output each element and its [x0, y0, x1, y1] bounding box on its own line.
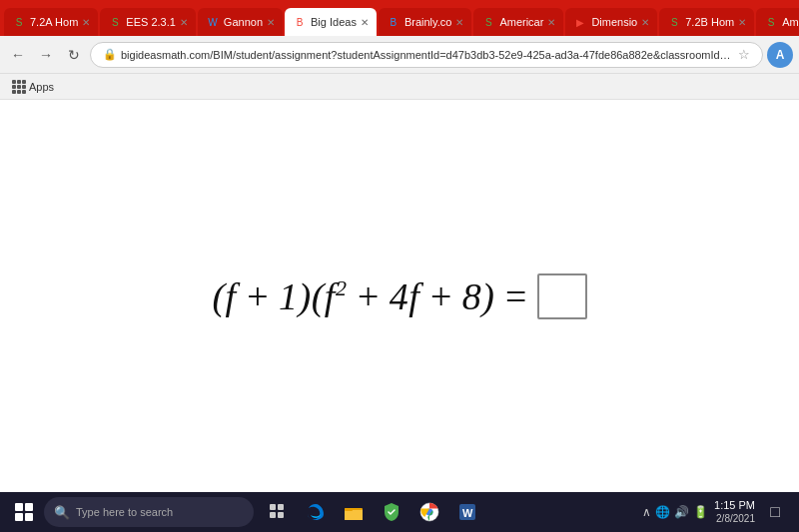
svg-rect-1	[278, 504, 284, 510]
search-icon: 🔍	[54, 505, 70, 520]
word-button[interactable]: W	[449, 494, 485, 530]
apps-label: Apps	[29, 81, 54, 93]
clock-time: 1:15 PM	[714, 499, 755, 512]
tab-brainly[interactable]: B Brainly.co ✕	[379, 8, 471, 36]
file-explorer-icon	[344, 503, 364, 521]
taskbar-pinned-apps: W	[260, 494, 485, 530]
tab-label: Dimensio	[591, 16, 637, 28]
system-tray: ∧ 🌐 🔊 🔋 1:15 PM 2/8/2021 □	[642, 498, 793, 526]
svg-text:W: W	[462, 507, 473, 519]
tab-american1[interactable]: S Americar ✕	[473, 8, 563, 36]
edge-icon	[306, 502, 326, 522]
tab-label: Gannon	[224, 16, 263, 28]
clock[interactable]: 1:15 PM 2/8/2021	[714, 499, 755, 524]
chevron-up-tray-icon[interactable]: ∧	[642, 505, 651, 519]
svg-rect-5	[345, 508, 353, 511]
tab-close-icon[interactable]: ✕	[738, 17, 746, 28]
start-button[interactable]	[6, 494, 42, 530]
tab-label: 7.2A Hom	[30, 16, 78, 28]
refresh-button[interactable]: ↻	[62, 43, 86, 67]
tab-favicon: S	[108, 15, 122, 29]
file-explorer-button[interactable]	[336, 494, 372, 530]
address-bar-row: ← → ↻ 🔒 bigideasmath.com/BIM/student/ass…	[0, 36, 799, 74]
profile-button[interactable]: A	[767, 42, 793, 68]
tab-bar: S 7.2A Hom ✕ S EES 2.3.1 ✕ W Gannon ✕ B …	[0, 0, 799, 36]
tab-7-2a-hom[interactable]: S 7.2A Hom ✕	[4, 8, 98, 36]
tab-gannon[interactable]: W Gannon ✕	[198, 8, 283, 36]
tab-dimensio[interactable]: ▶ Dimensio ✕	[565, 8, 657, 36]
tab-favicon: S	[764, 15, 778, 29]
back-button[interactable]: ←	[6, 43, 30, 67]
tab-label: Americar	[782, 16, 799, 28]
content-area: (f + 1)(f2 + 4f + 8) =	[0, 100, 799, 492]
network-icon[interactable]: 🌐	[655, 505, 670, 519]
edge-browser-button[interactable]	[298, 494, 334, 530]
tab-label: Big Ideas	[311, 16, 357, 28]
notification-button[interactable]: □	[761, 498, 789, 526]
apps-bookmark[interactable]: Apps	[8, 78, 58, 96]
chrome-button[interactable]	[411, 494, 447, 530]
windows-logo-icon	[15, 503, 33, 521]
answer-input[interactable]	[537, 273, 587, 319]
tab-label: EES 2.3.1	[126, 16, 176, 28]
lock-icon: 🔒	[103, 48, 117, 61]
math-equation: (f + 1)(f2 + 4f + 8) =	[212, 273, 586, 319]
volume-icon[interactable]: 🔊	[674, 505, 689, 519]
url-text: bigideasmath.com/BIM/student/assignment?…	[121, 49, 734, 61]
tab-american2[interactable]: S Americar ✕	[756, 8, 799, 36]
tab-7-2b-hom[interactable]: S 7.2B Hom ✕	[659, 8, 754, 36]
battery-icon[interactable]: 🔋	[693, 505, 708, 519]
chrome-icon	[419, 502, 439, 522]
taskbar: 🔍 Type here to search	[0, 492, 799, 532]
equation-text: (f + 1)(f2 + 4f + 8) =	[212, 274, 528, 318]
tab-close-icon[interactable]: ✕	[641, 17, 649, 28]
tab-close-icon[interactable]: ✕	[455, 17, 463, 28]
bookmarks-bar: Apps	[0, 74, 799, 100]
tab-close-icon[interactable]: ✕	[267, 17, 275, 28]
tab-bigideas[interactable]: B Big Ideas ✕	[285, 8, 377, 36]
tab-ees[interactable]: S EES 2.3.1 ✕	[100, 8, 196, 36]
search-placeholder-text: Type here to search	[76, 506, 173, 518]
svg-rect-0	[270, 504, 276, 510]
tab-close-icon[interactable]: ✕	[180, 17, 188, 28]
task-view-button[interactable]	[260, 494, 296, 530]
forward-button[interactable]: →	[34, 43, 58, 67]
search-bar[interactable]: 🔍 Type here to search	[44, 497, 254, 527]
tab-favicon: W	[206, 15, 220, 29]
tray-icons: ∧ 🌐 🔊 🔋	[642, 505, 708, 519]
bookmark-star-icon[interactable]: ☆	[738, 47, 750, 62]
tab-favicon: B	[387, 15, 400, 29]
tab-close-icon[interactable]: ✕	[361, 17, 369, 28]
tab-favicon: S	[481, 15, 495, 29]
tab-label: Brainly.co	[404, 16, 451, 28]
word-icon: W	[457, 502, 477, 522]
address-input[interactable]: 🔒 bigideasmath.com/BIM/student/assignmen…	[90, 42, 763, 68]
svg-rect-2	[270, 512, 276, 518]
svg-rect-3	[278, 512, 284, 518]
tab-close-icon[interactable]: ✕	[82, 17, 90, 28]
task-view-icon	[269, 503, 287, 521]
security-button[interactable]	[374, 494, 409, 530]
tab-label: 7.2B Hom	[685, 16, 734, 28]
tab-favicon: S	[667, 15, 681, 29]
tab-label: Americar	[499, 16, 543, 28]
security-icon	[383, 502, 400, 522]
clock-date: 2/8/2021	[716, 513, 755, 525]
tab-close-icon[interactable]: ✕	[547, 17, 555, 28]
tab-favicon: S	[12, 15, 26, 29]
tab-favicon: ▶	[573, 15, 587, 29]
tab-favicon: B	[293, 15, 307, 29]
apps-grid-icon	[12, 80, 26, 94]
